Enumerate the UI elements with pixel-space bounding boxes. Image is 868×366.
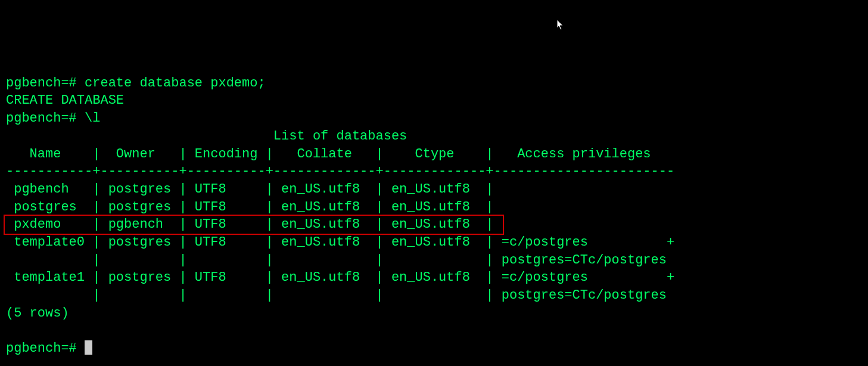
prompt: pgbench=# — [6, 111, 85, 126]
table-row: template1 | postgres | UTF8 | en_US.utf8… — [6, 270, 674, 285]
table-row: postgres | postgres | UTF8 | en_US.utf8 … — [6, 200, 502, 215]
mouse-pointer-icon — [541, 1, 549, 13]
prompt: pgbench=# — [6, 341, 85, 356]
table-row-continuation: | | | | | postgres=CTc/postgres — [6, 253, 667, 268]
table-divider: -----------+----------+----------+------… — [6, 164, 674, 179]
table-row-continuation: | | | | | postgres=CTc/postgres — [6, 288, 667, 303]
table-row: pgbench | postgres | UTF8 | en_US.utf8 |… — [6, 182, 502, 197]
table-title: List of databases — [6, 129, 407, 144]
table-header: Name | Owner | Encoding | Collate | Ctyp… — [6, 147, 674, 162]
cursor-block — [85, 340, 92, 355]
table-row-highlighted: pxdemo | pgbench | UTF8 | en_US.utf8 | e… — [4, 215, 504, 235]
prompt: pgbench=# — [6, 76, 85, 91]
row-count: (5 rows) — [6, 306, 69, 321]
command-create-database: create database pxdemo; — [85, 76, 266, 91]
command-list-databases: \l — [85, 111, 100, 126]
table-row: template0 | postgres | UTF8 | en_US.utf8… — [6, 235, 674, 250]
output-create-database: CREATE DATABASE — [6, 93, 124, 108]
terminal-output[interactable]: pgbench=# create database pxdemo; CREATE… — [6, 75, 862, 358]
